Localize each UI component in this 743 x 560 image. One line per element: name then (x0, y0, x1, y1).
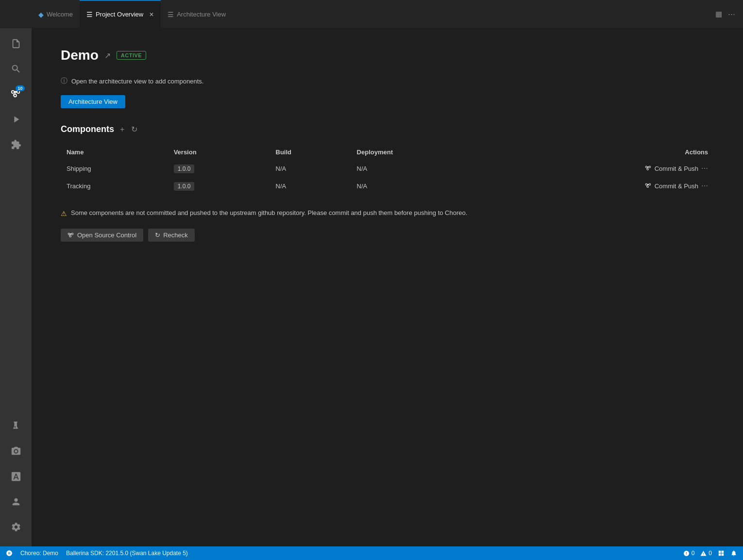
activity-account[interactable] (4, 490, 28, 513)
status-bar: Choreo: Demo Ballerina SDK: 2201.5.0 (Sw… (0, 546, 743, 560)
recheck-label: Recheck (163, 231, 188, 239)
commit-push-button-0[interactable]: Commit & Push (645, 165, 698, 172)
table-row: Shipping 1.0.0 N/A N/A Commit & Push ⋯ (61, 160, 714, 177)
cell-actions-0: Commit & Push ⋯ (492, 160, 714, 177)
activity-files[interactable] (4, 32, 28, 55)
content-area: Demo ↗ ACTIVE ⓘ Open the architecture vi… (32, 28, 743, 546)
architecture-view-tab-icon: ☰ (168, 11, 174, 18)
status-sdk[interactable]: Ballerina SDK: 2201.5.0 (Swan Lake Updat… (66, 550, 188, 557)
svg-point-0 (15, 450, 17, 453)
activity-bar-bottom (4, 490, 28, 543)
cell-version-0: 1.0.0 (168, 160, 270, 177)
external-link-icon[interactable]: ↗ (104, 51, 111, 60)
action-buttons: Open Source Control ↻ Recheck (61, 229, 714, 242)
cell-deployment-0: N/A (351, 160, 492, 177)
info-icon: ⓘ (61, 77, 68, 85)
cell-build-0: N/A (270, 160, 351, 177)
col-header-actions: Actions (492, 145, 714, 160)
cell-name-1: Tracking (61, 177, 168, 195)
col-header-version: Version (168, 145, 270, 160)
status-bar-right: 0 0 (683, 550, 737, 557)
activity-extensions[interactable] (4, 133, 28, 156)
open-source-control-label: Open Source Control (77, 231, 136, 239)
warning-count: 0 (709, 550, 712, 557)
more-actions-button-1[interactable]: ⋯ (701, 182, 708, 190)
welcome-tab-icon: ◆ (38, 11, 44, 18)
status-badge: ACTIVE (117, 51, 146, 60)
recheck-icon: ↻ (155, 231, 160, 239)
tab-close-button[interactable]: ✕ (149, 11, 154, 18)
status-notifications-icon[interactable] (730, 550, 737, 557)
main-layout: 10 Demo ↗ (0, 28, 743, 546)
tab-architecture-view[interactable]: ☰ Architecture View (161, 0, 233, 28)
table-row: Tracking 1.0.0 N/A N/A Commit & Push ⋯ (61, 177, 714, 195)
activity-settings[interactable] (4, 515, 28, 539)
activity-flask[interactable] (4, 414, 28, 438)
add-component-button[interactable]: + (119, 124, 125, 135)
activity-search[interactable] (4, 57, 28, 81)
cell-version-1: 1.0.0 (168, 177, 270, 195)
info-message: ⓘ Open the architecture view to add comp… (61, 77, 714, 85)
components-title: Components (61, 124, 114, 134)
warning-status-icon (700, 550, 707, 557)
open-source-control-button[interactable]: Open Source Control (61, 229, 143, 242)
col-header-deployment: Deployment (351, 145, 492, 160)
tab-bar-actions: ▦ ⋯ (715, 10, 743, 18)
activity-font[interactable] (4, 465, 28, 488)
components-table: Name Version Build Deployment Actions Sh… (61, 145, 714, 195)
project-overview-tab-icon: ☰ (86, 11, 93, 18)
source-control-badge: 10 (16, 85, 24, 91)
tab-welcome[interactable]: ◆ Welcome (32, 0, 80, 28)
commit-push-button-1[interactable]: Commit & Push (645, 182, 698, 190)
cell-build-1: N/A (270, 177, 351, 195)
activity-bar: 10 (0, 28, 32, 546)
col-header-build: Build (270, 145, 351, 160)
refresh-components-button[interactable]: ↻ (130, 124, 138, 135)
error-icon (683, 550, 690, 557)
activity-source-control[interactable]: 10 (4, 82, 28, 106)
warning-message: ⚠ Some components are not committed and … (61, 208, 714, 219)
cell-deployment-1: N/A (351, 177, 492, 195)
status-warnings[interactable]: 0 (700, 550, 712, 557)
warning-icon: ⚠ (61, 209, 67, 219)
split-editor-icon[interactable]: ▦ (715, 10, 722, 18)
tab-bar: ◆ Welcome ☰ Project Overview ✕ ☰ Archite… (0, 0, 743, 28)
activity-camera[interactable] (4, 440, 28, 463)
page-header: Demo ↗ ACTIVE (61, 48, 714, 63)
error-count: 0 (692, 550, 695, 557)
recheck-button[interactable]: ↻ Recheck (148, 229, 195, 242)
status-choreo[interactable]: Choreo: Demo (20, 550, 58, 557)
choreo-label: Choreo: Demo (20, 550, 58, 557)
status-errors[interactable]: 0 (683, 550, 695, 557)
more-actions-icon[interactable]: ⋯ (728, 10, 735, 18)
architecture-view-button[interactable]: Architecture View (61, 95, 125, 108)
activity-run[interactable] (4, 108, 28, 131)
col-header-name: Name (61, 145, 168, 160)
source-control-btn-icon (68, 232, 74, 239)
status-layout-icon[interactable] (718, 550, 725, 557)
status-remote-icon[interactable] (6, 550, 13, 557)
page-title: Demo (61, 48, 99, 63)
cell-name-0: Shipping (61, 160, 168, 177)
more-actions-button-0[interactable]: ⋯ (701, 165, 708, 172)
components-section-header: Components + ↻ (61, 124, 714, 135)
tab-project-overview[interactable]: ☰ Project Overview ✕ (80, 0, 161, 28)
sdk-label: Ballerina SDK: 2201.5.0 (Swan Lake Updat… (66, 550, 188, 557)
cell-actions-1: Commit & Push ⋯ (492, 177, 714, 195)
